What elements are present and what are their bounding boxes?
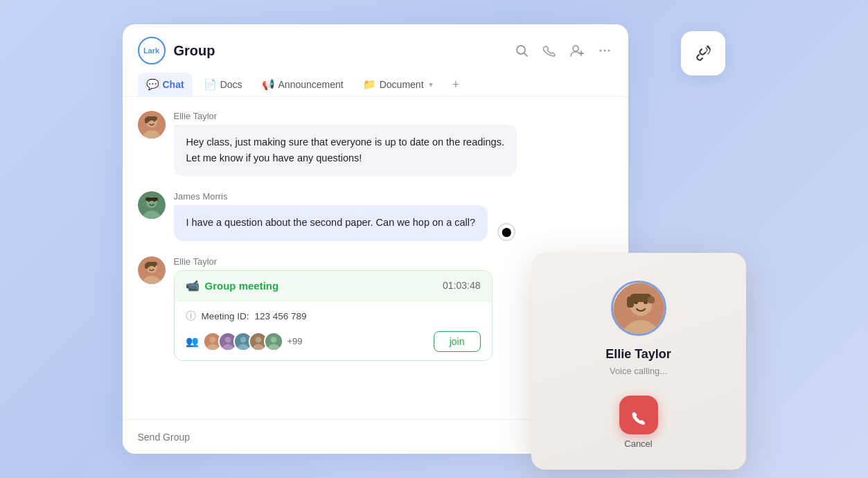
tab-bar: 💬 Chat 📄 Docs 📢 Announcement 📁 Document … <box>138 73 613 96</box>
group-icon: 👥 <box>186 335 199 348</box>
svg-rect-49 <box>627 296 634 308</box>
meeting-id-row: ⓘ Meeting ID: 123 456 789 <box>186 310 481 323</box>
meeting-id-value: 123 456 789 <box>255 311 307 321</box>
participant-count: +99 <box>287 336 303 346</box>
svg-rect-50 <box>648 296 655 303</box>
avatar-ellie-1 <box>138 111 166 139</box>
participant-avatar-5 <box>264 332 283 351</box>
svg-rect-14 <box>145 118 148 123</box>
caller-avatar <box>611 281 666 336</box>
phone-rotate-icon <box>692 42 714 64</box>
message-row: Ellie Taylor Hey class, just making sure… <box>138 111 613 176</box>
document-dropdown-icon: ▾ <box>429 80 433 89</box>
phone-popup[interactable] <box>681 31 725 76</box>
svg-point-32 <box>224 337 231 343</box>
meeting-title: Group meeting <box>205 280 279 292</box>
avatar-ellie-2 <box>138 256 166 284</box>
message-row-2: James Morris I have a question about the… <box>138 191 613 240</box>
caller-name: Ellie Taylor <box>605 347 671 362</box>
message-input[interactable] <box>138 432 548 443</box>
cancel-call-button[interactable] <box>619 396 658 434</box>
chat-tab-label: Chat <box>163 79 184 90</box>
meeting-header: 📹 Group meeting 01:03:48 <box>175 271 492 301</box>
meeting-title-row: 📹 Group meeting <box>186 279 279 292</box>
message-sender-2: James Morris <box>174 191 613 202</box>
main-container: Lark Group <box>123 24 746 454</box>
phone-icon[interactable] <box>541 42 558 59</box>
message-bubble-1: Hey class, just making sure that everyon… <box>174 125 517 176</box>
tab-announcement[interactable]: 📢 Announcement <box>254 73 352 96</box>
cancel-button-group: Cancel <box>619 396 658 449</box>
docs-tab-icon: 📄 <box>204 78 217 91</box>
document-tab-label: Document <box>380 79 424 90</box>
add-tab-button[interactable]: + <box>447 75 466 95</box>
join-button[interactable]: join <box>434 331 481 352</box>
svg-point-7 <box>608 50 610 52</box>
lark-logo: Lark <box>138 37 166 64</box>
reaction-icon: ⬤ <box>497 223 515 241</box>
tab-document[interactable]: 📁 Document ▾ <box>355 73 441 96</box>
header-left: Lark Group <box>138 37 215 64</box>
meeting-time: 01:03:48 <box>443 280 481 291</box>
svg-point-2 <box>573 46 578 51</box>
info-icon: ⓘ <box>186 310 196 323</box>
header-top: Lark Group <box>138 37 613 64</box>
message-content-2: James Morris I have a question about the… <box>174 191 613 240</box>
announcement-tab-icon: 📢 <box>262 78 275 91</box>
header-actions <box>513 42 613 59</box>
meeting-id-label: Meeting ID: <box>202 311 249 321</box>
svg-point-5 <box>599 50 601 52</box>
cancel-label: Cancel <box>624 439 652 449</box>
more-icon[interactable] <box>596 42 613 59</box>
meeting-participants-row: 👥 <box>186 331 481 352</box>
search-icon[interactable] <box>513 42 530 59</box>
chat-tab-icon: 💬 <box>146 78 159 91</box>
document-tab-icon: 📁 <box>363 78 376 91</box>
call-status: Voice calling... <box>610 366 667 376</box>
message-content-1: Ellie Taylor Hey class, just making sure… <box>174 111 613 176</box>
meeting-card: 📹 Group meeting 01:03:48 ⓘ Meeting ID: 1… <box>174 270 493 361</box>
announcement-tab-label: Announcement <box>278 79 344 90</box>
svg-rect-27 <box>145 263 148 269</box>
tab-chat[interactable]: 💬 Chat <box>138 73 193 96</box>
message-sender-1: Ellie Taylor <box>174 111 613 121</box>
participants-left: 👥 <box>186 332 303 351</box>
svg-point-38 <box>255 337 261 343</box>
avatar-james <box>138 191 166 219</box>
call-popup: Ellie Taylor Voice calling... Cancel <box>531 253 746 470</box>
svg-line-1 <box>524 53 527 57</box>
svg-point-6 <box>603 50 605 52</box>
group-title: Group <box>174 43 215 59</box>
meeting-body: ⓘ Meeting ID: 123 456 789 👥 <box>175 301 492 360</box>
docs-tab-label: Docs <box>220 79 242 90</box>
chat-header: Lark Group <box>123 24 628 97</box>
svg-rect-20 <box>145 197 158 201</box>
svg-point-35 <box>240 337 246 343</box>
message-bubble-2: I have a question about the second paper… <box>174 205 488 240</box>
participant-avatars <box>203 332 283 351</box>
add-user-icon[interactable] <box>569 42 585 59</box>
tab-docs[interactable]: 📄 Docs <box>195 73 251 96</box>
svg-point-29 <box>209 337 215 343</box>
svg-point-41 <box>270 337 276 343</box>
meeting-video-icon: 📹 <box>186 279 200 292</box>
